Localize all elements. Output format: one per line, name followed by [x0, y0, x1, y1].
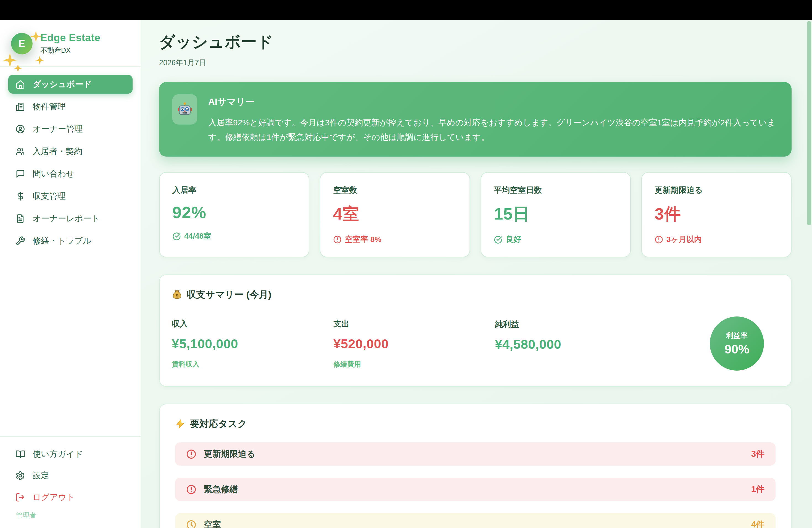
user-circle-icon: [15, 124, 25, 134]
finance-label: 純利益: [495, 319, 656, 330]
logo-avatar: E: [11, 33, 33, 54]
finance-sublabel: [495, 360, 656, 368]
sidebar-item-label: 問い合わせ: [33, 168, 75, 179]
task-count: 3件: [751, 448, 765, 460]
sidebar-item-label: 使い方ガイド: [33, 449, 83, 460]
sidebar-item-properties[interactable]: 物件管理: [8, 97, 133, 116]
sidebar-item-owners[interactable]: オーナー管理: [8, 120, 133, 138]
finance-value: ¥5,100,000: [172, 336, 333, 351]
sidebar-item-tenants[interactable]: 入居者・契約: [8, 142, 133, 161]
finance-value: ¥520,000: [333, 336, 495, 351]
finance-sublabel: 修繕費用: [333, 360, 495, 369]
finance-net-profit-column: 純利益 ¥4,580,000: [495, 319, 656, 368]
sidebar-item-label: 入居者・契約: [33, 146, 82, 157]
sidebar-item-guide[interactable]: 使い方ガイド: [8, 444, 133, 464]
top-black-bar: [0, 0, 812, 20]
finance-label: 支出: [333, 318, 495, 329]
sparkle-icon: [35, 55, 45, 65]
finance-summary-card: $ 収支サマリー (今月) 収入 ¥5,100,000 賃料収入 支出 ¥520…: [159, 275, 792, 386]
sidebar: E Edge Estate 不動産DX ダッシュボード 物件管理 オーナー管理: [0, 20, 141, 528]
kpi-value: 4室: [333, 203, 457, 225]
sidebar-item-inquiries[interactable]: 問い合わせ: [8, 164, 133, 183]
app-logo: E Edge Estate 不動産DX: [0, 20, 141, 67]
task-row-urgent-repair[interactable]: 緊急修繕 1件: [175, 478, 775, 501]
sidebar-item-label: ダッシュボード: [33, 79, 92, 90]
logo-letter: E: [18, 38, 25, 49]
kpi-row: 入居率 92% 44/48室 空室数 4室 空室率 8% 平均空室日数 15日: [159, 172, 792, 258]
gear-icon: [15, 471, 25, 481]
kpi-card-renewals-due: 更新期限迫る 3件 3ヶ月以内: [641, 172, 792, 258]
kpi-card-occupancy: 入居率 92% 44/48室: [159, 172, 309, 258]
users-icon: [15, 147, 25, 156]
kpi-subtext: 空室率 8%: [345, 234, 381, 245]
kpi-card-avg-vacancy-days: 平均空室日数 15日 良好: [481, 172, 631, 258]
finance-expense-column: 支出 ¥520,000 修繕費用: [333, 318, 495, 369]
home-icon: [15, 79, 25, 89]
svg-text:$: $: [176, 294, 178, 298]
kpi-label: 入居率: [172, 185, 296, 196]
task-label: 更新期限迫る: [204, 448, 256, 460]
money-bag-icon: $: [172, 289, 182, 300]
book-open-icon: [15, 449, 25, 459]
check-circle-icon: [172, 232, 181, 240]
check-circle-icon: [494, 235, 503, 244]
lightning-icon: [175, 419, 186, 429]
sidebar-item-dashboard[interactable]: ダッシュボード: [8, 75, 133, 93]
alert-circle-icon: [655, 235, 663, 244]
sidebar-item-finance[interactable]: 収支管理: [8, 187, 133, 205]
sidebar-item-label: 設定: [33, 470, 49, 481]
sidebar-item-logout[interactable]: ログアウト: [8, 488, 133, 507]
finance-value: ¥4,580,000: [495, 337, 656, 352]
alert-circle-icon: [333, 235, 342, 244]
robot-icon-tile: [172, 94, 197, 124]
main-content: ダッシュボード 2026年1月7日: [141, 20, 812, 528]
scrollbar-thumb[interactable]: [807, 21, 811, 225]
document-icon: [15, 214, 25, 223]
task-count: 4件: [751, 519, 765, 528]
task-label: 空室: [204, 519, 221, 528]
task-list: 更新期限迫る 3件 緊急修繕 1件 空室 4件: [175, 442, 775, 528]
finance-sublabel: 賃料収入: [172, 360, 333, 369]
alert-circle-icon: [186, 449, 197, 459]
kpi-card-vacancies: 空室数 4室 空室率 8%: [320, 172, 470, 258]
sidebar-item-label: 収支管理: [33, 191, 66, 202]
ai-summary-card: AIサマリー 入居率92%と好調です。今月は3件の契約更新が控えており、早めの対…: [159, 82, 792, 157]
page-date: 2026年1月7日: [159, 58, 792, 68]
tasks-title: 要対応タスク: [190, 417, 247, 430]
sidebar-item-label: 物件管理: [33, 101, 66, 113]
sidebar-item-maintenance[interactable]: 修繕・トラブル: [8, 231, 133, 250]
task-row-vacancy[interactable]: 空室 4件: [175, 513, 775, 528]
logout-icon: [15, 493, 25, 502]
task-row-renewals[interactable]: 更新期限迫る 3件: [175, 442, 775, 466]
sidebar-item-label: オーナー管理: [33, 123, 83, 135]
user-role-label: 管理者: [16, 511, 133, 520]
profit-rate-label: 利益率: [726, 331, 748, 340]
wrench-icon: [15, 236, 25, 246]
ai-summary-title: AIサマリー: [208, 96, 777, 108]
kpi-label: 平均空室日数: [494, 185, 618, 196]
dollar-icon: [15, 191, 25, 201]
kpi-value: 3件: [655, 203, 778, 225]
kpi-value: 15日: [494, 203, 618, 225]
sidebar-item-label: 修繕・トラブル: [33, 235, 91, 247]
sparkle-icon: [30, 30, 42, 43]
sidebar-item-label: オーナーレポート: [33, 213, 100, 224]
page-title: ダッシュボード: [159, 31, 792, 53]
sidebar-footer: 使い方ガイド 設定 ログアウト 管理者: [0, 436, 141, 528]
finance-income-column: 収入 ¥5,100,000 賃料収入: [172, 318, 333, 369]
profit-rate-value: 90%: [724, 342, 749, 356]
kpi-label: 更新期限迫る: [655, 185, 778, 196]
sidebar-nav: ダッシュボード 物件管理 オーナー管理 入居者・契約 問い合わせ 収支管理: [0, 67, 141, 254]
task-count: 1件: [751, 484, 765, 495]
app-subtitle: 不動産DX: [40, 46, 100, 55]
robot-icon: [177, 102, 192, 117]
clock-icon: [186, 520, 197, 528]
chat-bubble-icon: [15, 169, 25, 179]
kpi-subtext: 良好: [506, 234, 521, 245]
app-name: Edge Estate: [40, 32, 100, 44]
sidebar-item-settings[interactable]: 設定: [8, 466, 133, 485]
kpi-subtext: 3ヶ月以内: [666, 234, 702, 245]
kpi-value: 92%: [172, 203, 296, 222]
task-label: 緊急修繕: [204, 484, 238, 495]
sidebar-item-owner-report[interactable]: オーナーレポート: [8, 209, 133, 228]
